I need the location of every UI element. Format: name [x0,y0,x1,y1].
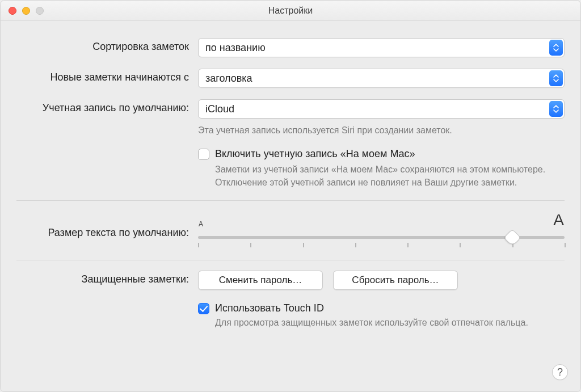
close-button[interactable] [9,7,16,15]
touchid-checkbox[interactable] [198,303,209,314]
row-default-account: Учетная запись по умолчанию: iCloud Эта … [16,99,565,189]
titlebar: Настройки [1,1,580,21]
divider [16,200,565,201]
slider-thumb[interactable] [503,229,521,247]
slider-tick [303,243,304,247]
slider-min-glyph: A [199,220,203,228]
change-password-button[interactable]: Сменить пароль… [198,271,323,290]
default-account-label: Учетная запись по умолчанию: [16,99,198,114]
updown-icon [549,40,563,56]
text-size-slider[interactable]: A A [198,211,565,244]
slider-tick [565,243,566,247]
enable-local-row[interactable]: Включить учетную запись «На моем Mac» За… [198,148,565,189]
divider [16,260,565,260]
default-account-select[interactable]: iCloud [198,99,565,119]
row-sort: Сортировка заметок по названию [16,38,565,57]
new-notes-label: Новые заметки начинаются с [16,69,198,83]
minimize-button[interactable] [22,7,30,15]
default-account-hint: Эта учетная запись используется Siri при… [198,124,565,137]
content: Сортировка заметок по названию Новые зам… [1,21,580,352]
touchid-row[interactable]: Использовать Touch ID Для просмотра защи… [198,302,565,329]
slider-track[interactable] [198,230,565,244]
slider-tick [407,243,409,247]
window-title: Настройки [1,6,580,16]
reset-password-button[interactable]: Сбросить пароль… [333,271,458,290]
enable-local-checkbox[interactable] [198,149,209,160]
updown-icon [549,70,563,86]
help-button[interactable]: ? [552,364,568,380]
updown-icon [549,101,563,117]
default-account-value: iCloud [205,103,234,115]
touchid-hint: Для просмотра защищенных заметок использ… [215,317,565,329]
new-notes-select[interactable]: заголовка [198,69,565,88]
locked-notes-buttons: Сменить пароль… Сбросить пароль… [198,271,565,290]
slider-tick [460,243,461,247]
sort-select[interactable]: по названию [198,38,565,57]
preferences-window: Настройки Сортировка заметок по названию… [0,0,581,392]
traffic-lights [9,7,44,15]
zoom-button [36,7,44,15]
slider-tick [250,243,251,247]
slider-max-glyph: A [553,212,564,228]
slider-tick [355,243,356,247]
row-locked-notes: Защищенные заметки: Сменить пароль… Сбро… [16,271,565,329]
enable-local-label: Включить учетную запись «На моем Mac» [215,148,565,160]
locked-notes-label: Защищенные заметки: [16,271,198,285]
sort-label: Сортировка заметок [16,38,198,53]
row-text-size: Размер текста по умолчанию: A A [16,211,565,244]
enable-local-hint: Заметки из учетной записи «На моем Мас» … [215,163,565,189]
touchid-label: Использовать Touch ID [215,302,565,314]
text-size-label: Размер текста по умолчанию: [16,217,198,239]
slider-scale: A A [198,212,565,228]
row-new-notes: Новые заметки начинаются с заголовка [16,69,565,88]
new-notes-value: заголовка [205,73,252,85]
slider-tick [198,243,199,247]
sort-value: по названию [205,42,266,54]
